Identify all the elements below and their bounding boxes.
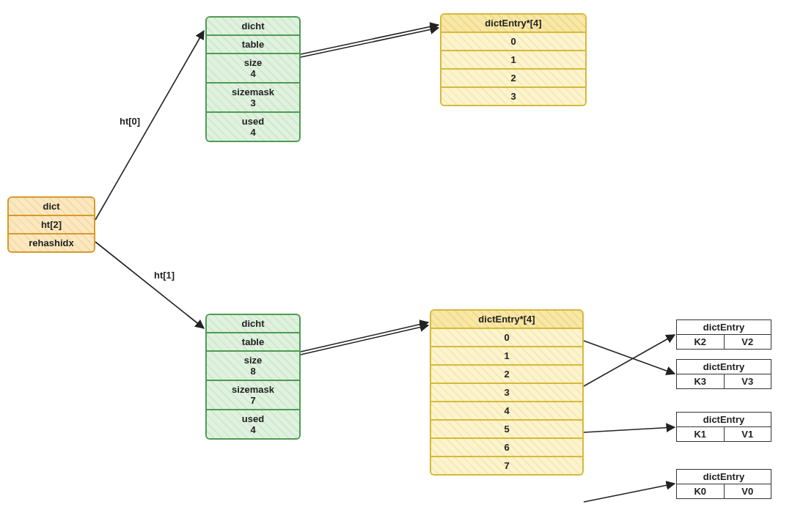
dicht-ht0-used-label: used — [213, 116, 293, 127]
dict-entry-val: V3 — [725, 374, 772, 389]
dict-rehashidx-field: rehashidx — [7, 234, 95, 253]
dicht-ht1-size-value: 8 — [213, 366, 293, 377]
entry-array-ht1-slot: 1 — [430, 347, 584, 366]
entry-array-ht1-slot: 2 — [430, 366, 584, 384]
entry-array-ht0-slot: 1 — [440, 51, 587, 70]
entry-array-ht0: dictEntry*[4] 0 1 2 3 — [440, 13, 587, 106]
dict-entry-key: K2 — [676, 335, 725, 350]
entry-array-ht1-slot: 6 — [430, 439, 584, 457]
dicht-ht0-used-value: 4 — [213, 127, 293, 138]
dicht-ht0-used: used 4 — [205, 113, 301, 142]
entry-array-ht1-header: dictEntry*[4] — [430, 309, 584, 329]
dict-entry: dictEntry K0 V0 — [676, 469, 771, 499]
dicht-ht0-table: table — [205, 36, 301, 54]
dict-entry-title: dictEntry — [676, 469, 771, 484]
dict-entry-key: K3 — [676, 374, 725, 389]
dict-entry: dictEntry K3 V3 — [676, 359, 771, 389]
dict-entry: dictEntry K1 V1 — [676, 412, 771, 442]
dicht-ht1-used: used 4 — [205, 410, 301, 440]
dicht-ht1-used-label: used — [213, 413, 293, 424]
dicht-ht0-size: size 4 — [205, 54, 301, 84]
dicht-ht1-table: table — [205, 333, 301, 352]
dicht-ht0-title: dicht — [205, 16, 301, 36]
dicht-ht1-sizemask-value: 7 — [213, 395, 293, 406]
edge-label-ht1: ht[1] — [154, 270, 175, 281]
entry-array-ht1-slot: 3 — [430, 384, 584, 402]
dicht-ht0-sizemask-value: 3 — [213, 97, 293, 108]
dict-entry-val: V2 — [725, 335, 772, 350]
dicht-ht1-used-value: 4 — [213, 424, 293, 435]
dict-entry-val: V1 — [725, 427, 772, 442]
dicht-ht0: dicht table size 4 sizemask 3 used 4 — [205, 16, 301, 142]
dicht-ht0-sizemask-label: sizemask — [213, 86, 293, 97]
dict-entry-val: V0 — [725, 484, 772, 499]
dict-entry-title: dictEntry — [676, 412, 771, 427]
entry-array-ht1-slot: 7 — [430, 457, 584, 476]
dict-entry: dictEntry K2 V2 — [676, 319, 771, 350]
dicht-ht1-title: dicht — [205, 314, 301, 333]
entry-array-ht1-slot: 0 — [430, 329, 584, 347]
dict-ht-field: ht[2] — [7, 216, 95, 234]
dicht-ht1: dicht table size 8 sizemask 7 used 4 — [205, 314, 301, 440]
dicht-ht1-size: size 8 — [205, 352, 301, 381]
entry-array-ht1: dictEntry*[4] 0 1 2 3 4 5 6 7 — [430, 309, 584, 476]
dict-entry-key: K0 — [676, 484, 725, 499]
entry-array-ht0-slot: 3 — [440, 88, 587, 106]
entry-array-ht1-slot: 5 — [430, 421, 584, 439]
entry-array-ht1-slot: 4 — [430, 402, 584, 421]
dict-entry-key: K1 — [676, 427, 725, 442]
dict-entry-title: dictEntry — [676, 319, 771, 335]
dicht-ht1-sizemask: sizemask 7 — [205, 381, 301, 410]
dict-struct: dict ht[2] rehashidx — [7, 196, 95, 253]
dicht-ht0-size-value: 4 — [213, 68, 293, 79]
entry-array-ht0-slot: 2 — [440, 70, 587, 88]
dict-title: dict — [7, 196, 95, 216]
dict-entry-title: dictEntry — [676, 359, 771, 374]
entry-array-ht0-slot: 0 — [440, 33, 587, 51]
dicht-ht0-size-label: size — [213, 57, 293, 68]
dicht-ht1-size-label: size — [213, 355, 293, 366]
entry-array-ht0-header: dictEntry*[4] — [440, 13, 587, 33]
dicht-ht0-sizemask: sizemask 3 — [205, 84, 301, 113]
edge-label-ht0: ht[0] — [120, 116, 140, 127]
dicht-ht1-sizemask-label: sizemask — [213, 384, 293, 395]
